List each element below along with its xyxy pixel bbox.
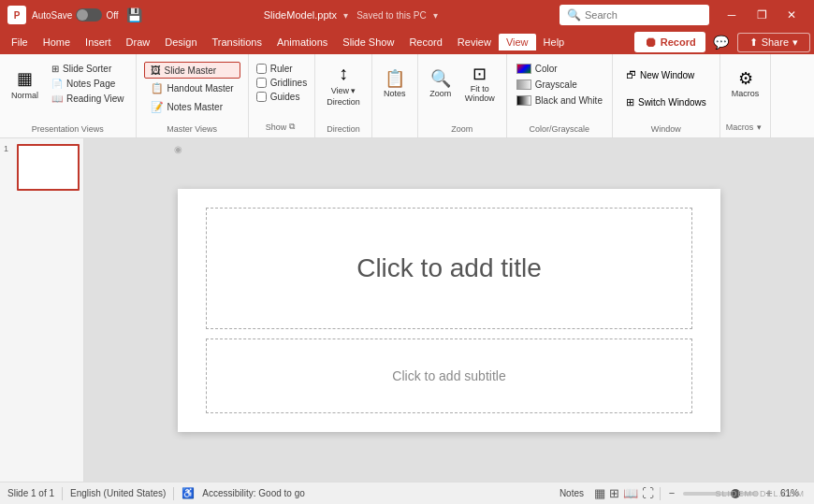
gridlines-checkbox[interactable] (256, 78, 267, 88)
gridlines-checkbox-item[interactable]: Gridlines (256, 78, 307, 88)
macros-label: Macros (732, 89, 760, 98)
view-icons: ▦ ⊞ 📖 ⛶ (594, 486, 654, 500)
notes-label: Notes (384, 89, 406, 98)
menu-draw[interactable]: Draw (119, 34, 158, 50)
presentation-views-items: ▦ Normal ⊞ Slide Sorter 📄 Notes Page 📖 R… (6, 58, 130, 124)
window-group-label: Window (651, 124, 681, 136)
notes-group: 📋 Notes (372, 54, 418, 137)
record-button[interactable]: ⏺ Record (634, 32, 705, 52)
grayscale-swatch-icon (516, 79, 531, 90)
guides-label: Guides (270, 92, 300, 102)
color-list: Color Grayscale Black and White (513, 58, 606, 111)
slide-1-thumbnail[interactable] (17, 144, 80, 191)
search-input[interactable] (585, 9, 697, 21)
slide-canvas[interactable]: Click to add title Click to add subtitle (178, 189, 720, 432)
reading-view-status-icon[interactable]: 📖 (623, 486, 638, 500)
macros-button[interactable]: ⚙ Macros (726, 58, 765, 110)
notes-page-label: Notes Page (66, 79, 115, 89)
subtitle-placeholder-text: Click to add subtitle (392, 368, 505, 383)
show-group-label: Show (266, 122, 287, 134)
menu-help[interactable]: Help (536, 34, 573, 50)
direction-group-label: Direction (327, 124, 360, 136)
menu-home[interactable]: Home (36, 34, 78, 50)
share-icon: ⬆ (749, 36, 758, 49)
zoom-out-btn[interactable]: － (666, 485, 677, 501)
notes-button[interactable]: 📋 Notes (378, 58, 412, 110)
black-white-button[interactable]: Black and White (513, 94, 606, 108)
new-window-button[interactable]: 🗗 New Window (620, 62, 712, 88)
minimize-button[interactable]: ─ (717, 0, 747, 30)
guides-checkbox[interactable] (256, 92, 267, 102)
slide-master-icon: 🖼 (151, 65, 161, 76)
notes-master-label: Notes Master (167, 102, 223, 112)
menu-design[interactable]: Design (157, 34, 204, 50)
zoom-items: 🔍 Zoom ⊡ Fit toWindow (424, 58, 501, 124)
reading-view-button[interactable]: 📖 Reading View (48, 92, 128, 106)
handout-master-label: Handout Master (167, 83, 234, 94)
restore-button[interactable]: ❐ (747, 0, 777, 30)
record-btn-label: Record (661, 36, 696, 48)
autosave-state: Off (106, 10, 118, 21)
direction-group: ↕ View ▾ Direction Direction (315, 54, 372, 137)
save-icon[interactable]: 💾 (126, 7, 142, 22)
menu-bar: File Home Insert Draw Design Transitions… (0, 30, 814, 54)
title-placeholder[interactable]: Click to add title (206, 208, 692, 329)
color-grayscale-group: Color Grayscale Black and White Color/Gr… (507, 54, 613, 137)
canvas-area: ◉ Click to add title Click to add subtit… (84, 138, 814, 482)
slide-sorter-icon: ⊞ (51, 64, 59, 74)
handout-master-button[interactable]: 📋 Handout Master (144, 79, 240, 97)
slide-master-label: Slide Master (165, 65, 217, 76)
record-dot-icon: ⏺ (644, 35, 657, 50)
fit-window-button[interactable]: ⊡ Fit toWindow (459, 58, 501, 110)
ruler-checkbox-item[interactable]: Ruler (256, 64, 307, 74)
fullscreen-status-icon[interactable]: ⛶ (642, 486, 654, 500)
color-button[interactable]: Color (513, 62, 606, 76)
macros-icon: ⚙ (738, 70, 753, 87)
status-sep-1 (62, 487, 63, 500)
autosave-toggle[interactable] (76, 8, 102, 22)
switch-windows-button[interactable]: ⊞ Switch Windows (620, 89, 712, 115)
search-box[interactable]: 🔍 (560, 5, 709, 25)
macros-expand-btn[interactable]: ▾ (753, 122, 764, 134)
subtitle-placeholder[interactable]: Click to add subtitle (206, 338, 692, 413)
zoom-button[interactable]: 🔍 Zoom (424, 58, 458, 110)
normal-view-status-icon[interactable]: ▦ (594, 486, 605, 500)
new-window-icon: 🗗 (626, 69, 636, 80)
window-controls: ─ ❐ ✕ (717, 0, 807, 30)
guides-checkbox-item[interactable]: Guides (256, 92, 307, 102)
menu-insert[interactable]: Insert (78, 34, 119, 50)
app-icon: P (7, 6, 26, 24)
menu-transitions[interactable]: Transitions (205, 34, 269, 50)
menu-animations[interactable]: Animations (269, 34, 335, 50)
show-expand-btn[interactable]: ⧉ (286, 122, 298, 134)
title-placeholder-text: Click to add title (356, 253, 542, 283)
close-button[interactable]: ✕ (777, 0, 807, 30)
normal-view-button[interactable]: ▦ Normal (6, 58, 44, 110)
zoom-icon: 🔍 (430, 70, 451, 87)
ruler-checkbox[interactable] (256, 64, 267, 74)
view-direction-button[interactable]: ↕ View ▾ Direction (321, 58, 366, 110)
slide-1-number: 1 (4, 144, 13, 153)
menu-file[interactable]: File (4, 34, 36, 50)
slide-master-button[interactable]: 🖼 Slide Master (144, 62, 240, 79)
file-name: SlideModel.pptx (264, 9, 337, 21)
notes-page-icon: 📄 (51, 79, 63, 89)
notes-btn[interactable]: Notes (555, 486, 589, 500)
notes-master-button[interactable]: 📝 Notes Master (144, 98, 240, 116)
macros-group: ⚙ Macros Macros ▾ (720, 54, 772, 137)
notes-page-button[interactable]: 📄 Notes Page (48, 77, 128, 91)
menu-record[interactable]: Record (401, 34, 449, 50)
menu-view[interactable]: View (499, 34, 536, 50)
slide-sorter-status-icon[interactable]: ⊞ (609, 486, 619, 500)
slide-sorter-label: Slide Sorter (63, 64, 111, 74)
share-button[interactable]: ⬆ Share ▾ (737, 33, 810, 52)
slide-sorter-button[interactable]: ⊞ Slide Sorter (48, 62, 128, 76)
handout-master-icon: 📋 (151, 82, 164, 94)
menu-review[interactable]: Review (450, 34, 499, 50)
normal-icon: ▦ (17, 68, 33, 89)
grayscale-button[interactable]: Grayscale (513, 78, 606, 92)
status-sep-2 (173, 487, 174, 500)
menu-slideshow[interactable]: Slide Show (335, 34, 401, 50)
normal-label: Normal (11, 91, 38, 100)
comment-button[interactable]: 💬 (709, 32, 734, 52)
